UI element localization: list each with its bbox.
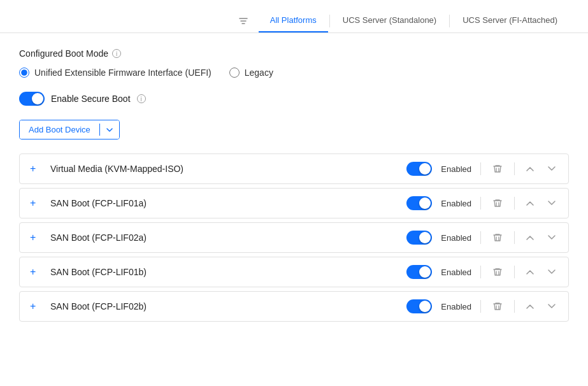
control-divider-2 bbox=[514, 162, 515, 175]
device-enabled-toggle[interactable] bbox=[406, 299, 432, 313]
expand-icon[interactable]: + bbox=[30, 232, 43, 243]
boot-mode-radio-group: Unified Extensible Firmware Interface (U… bbox=[19, 68, 569, 78]
device-enabled-label: Enabled bbox=[441, 302, 471, 311]
tab-all-platforms[interactable]: All Platforms bbox=[259, 9, 328, 32]
control-divider-2 bbox=[514, 300, 515, 313]
move-up-button[interactable] bbox=[524, 199, 536, 207]
device-controls: Enabled bbox=[406, 162, 558, 176]
control-divider bbox=[480, 197, 481, 210]
legacy-radio-option[interactable]: Legacy bbox=[229, 68, 273, 78]
device-name: SAN Boot (FCP-LIF02b) bbox=[50, 301, 406, 311]
table-row: + SAN Boot (FCP-LIF02b) Enabled bbox=[19, 291, 569, 322]
device-enabled-label: Enabled bbox=[441, 233, 471, 243]
expand-icon[interactable]: + bbox=[30, 197, 43, 209]
device-list: + Virtual Media (KVM-Mapped-ISO) Enabled bbox=[19, 154, 569, 322]
move-up-button[interactable] bbox=[524, 234, 536, 241]
delete-button[interactable] bbox=[490, 266, 505, 278]
move-down-button[interactable] bbox=[545, 199, 558, 207]
device-controls: Enabled bbox=[406, 196, 558, 210]
table-row: + SAN Boot (FCP-LIF02a) Enabled bbox=[19, 222, 569, 253]
boot-mode-info-icon[interactable]: i bbox=[112, 49, 121, 58]
add-boot-device-dropdown-button[interactable] bbox=[100, 120, 119, 139]
uefi-radio-option[interactable]: Unified Extensible Firmware Interface (U… bbox=[19, 68, 212, 78]
control-divider bbox=[480, 266, 481, 278]
control-divider bbox=[480, 162, 481, 175]
device-name: Virtual Media (KVM-Mapped-ISO) bbox=[50, 164, 406, 174]
filter-icon[interactable] bbox=[238, 16, 248, 26]
tab-ucs-standalone[interactable]: UCS Server (Standalone) bbox=[331, 9, 448, 32]
move-down-button[interactable] bbox=[545, 234, 558, 241]
main-content: Configured Boot Mode i Unified Extensibl… bbox=[0, 33, 588, 337]
expand-icon[interactable]: + bbox=[30, 266, 43, 278]
delete-button[interactable] bbox=[490, 231, 505, 244]
device-enabled-toggle[interactable] bbox=[406, 231, 432, 245]
device-enabled-toggle[interactable] bbox=[406, 265, 432, 279]
device-name: SAN Boot (FCP-LIF01b) bbox=[50, 267, 406, 277]
secure-boot-label: Enable Secure Boot bbox=[51, 94, 131, 104]
control-divider bbox=[480, 300, 481, 313]
add-boot-device-button-group[interactable]: Add Boot Device bbox=[19, 120, 120, 139]
delete-button[interactable] bbox=[490, 162, 505, 175]
control-divider-2 bbox=[514, 231, 515, 244]
device-enabled-label: Enabled bbox=[441, 164, 471, 174]
device-enabled-label: Enabled bbox=[441, 268, 471, 277]
device-controls: Enabled bbox=[406, 231, 558, 245]
table-row: + Virtual Media (KVM-Mapped-ISO) Enabled bbox=[19, 154, 569, 184]
tab-ucs-fi[interactable]: UCS Server (FI-Attached) bbox=[451, 9, 569, 32]
device-enabled-toggle[interactable] bbox=[406, 162, 432, 176]
device-controls: Enabled bbox=[406, 299, 558, 313]
secure-boot-row: Enable Secure Boot i bbox=[19, 92, 569, 106]
table-row: + SAN Boot (FCP-LIF01a) Enabled bbox=[19, 188, 569, 218]
tab-divider-2 bbox=[449, 15, 450, 27]
secure-boot-info-icon[interactable]: i bbox=[137, 94, 146, 103]
delete-button[interactable] bbox=[490, 197, 505, 210]
device-enabled-toggle[interactable] bbox=[406, 196, 432, 210]
move-up-button[interactable] bbox=[524, 303, 536, 310]
add-boot-device-button[interactable]: Add Boot Device bbox=[20, 120, 99, 139]
tab-divider-1 bbox=[329, 15, 330, 27]
uefi-radio-input[interactable] bbox=[19, 68, 29, 78]
table-row: + SAN Boot (FCP-LIF01b) Enabled bbox=[19, 257, 569, 287]
expand-icon[interactable]: + bbox=[30, 163, 43, 175]
legacy-radio-input[interactable] bbox=[229, 68, 240, 78]
device-name: SAN Boot (FCP-LIF01a) bbox=[50, 198, 406, 208]
tab-bar: All Platforms UCS Server (Standalone) UC… bbox=[0, 0, 588, 33]
move-down-button[interactable] bbox=[545, 165, 558, 173]
delete-button[interactable] bbox=[490, 300, 505, 313]
device-controls: Enabled bbox=[406, 265, 558, 279]
expand-icon[interactable]: + bbox=[30, 301, 43, 312]
legacy-label: Legacy bbox=[245, 68, 273, 78]
boot-mode-label: Configured Boot Mode bbox=[19, 48, 108, 59]
move-up-button[interactable] bbox=[524, 268, 536, 276]
move-up-button[interactable] bbox=[524, 165, 536, 173]
device-enabled-label: Enabled bbox=[441, 199, 471, 208]
device-name: SAN Boot (FCP-LIF02a) bbox=[50, 232, 406, 243]
boot-mode-section: Configured Boot Mode i bbox=[19, 48, 569, 59]
uefi-label: Unified Extensible Firmware Interface (U… bbox=[34, 68, 212, 78]
secure-boot-toggle[interactable] bbox=[19, 92, 45, 106]
control-divider bbox=[480, 231, 481, 244]
control-divider-2 bbox=[514, 197, 515, 210]
move-down-button[interactable] bbox=[545, 268, 558, 276]
control-divider-2 bbox=[514, 266, 515, 278]
move-down-button[interactable] bbox=[545, 303, 558, 310]
